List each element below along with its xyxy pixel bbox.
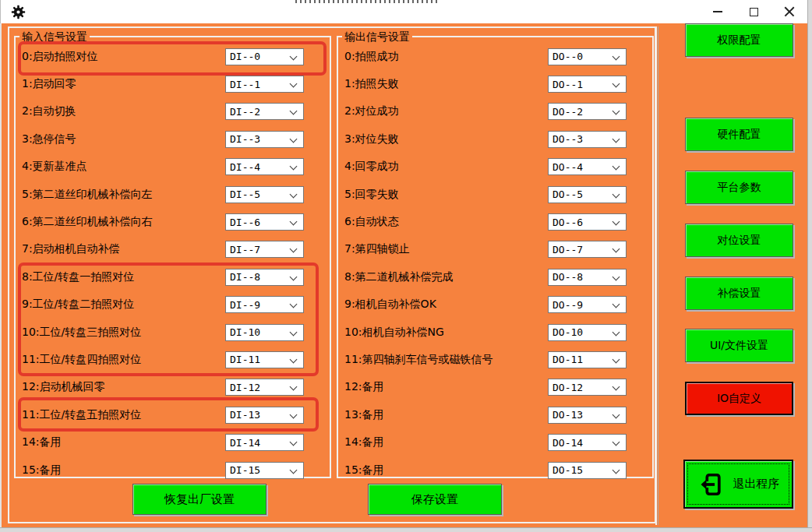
- gear-icon[interactable]: [11, 5, 26, 19]
- do-select[interactable]: DO--5: [548, 186, 627, 203]
- signal-label: 0:启动拍照对位: [22, 50, 98, 64]
- restore-factory-button[interactable]: 恢复出厂设置: [132, 484, 267, 515]
- signal-row: 1:拍照失败 DO--1: [338, 70, 652, 97]
- di-select-value: DI--0: [230, 51, 260, 62]
- signal-label: 7:启动相机自动补偿: [22, 242, 120, 256]
- signal-row: 5:第二道丝印机械补偿向左 DI--5: [16, 181, 330, 208]
- signal-label: 4:回零成功: [344, 160, 399, 174]
- di-select-value: DI-15: [230, 464, 260, 476]
- do-select[interactable]: DO-10: [548, 324, 627, 341]
- chevron-down-icon: [290, 301, 298, 308]
- signal-row: 9:相机自动补偿OK DO--9: [338, 291, 652, 319]
- chevron-down-icon: [613, 107, 620, 115]
- di-select[interactable]: DI--3: [225, 131, 304, 148]
- do-select[interactable]: DO-13: [548, 407, 627, 424]
- signal-row: 10:工位/转盘三拍照对位 DI-10: [16, 319, 330, 346]
- di-select[interactable]: DI--6: [225, 213, 304, 231]
- do-select[interactable]: DO--4: [548, 158, 627, 175]
- nav-button[interactable]: 对位设置: [685, 224, 793, 257]
- signal-row: 0:拍照成功 DO--0: [338, 43, 652, 70]
- do-select[interactable]: DO--3: [548, 131, 627, 148]
- nav-button[interactable]: 平台参数: [685, 171, 793, 204]
- di-select[interactable]: DI--0: [225, 48, 304, 65]
- chevron-down-icon: [290, 356, 298, 364]
- window-title-clipped: [295, 0, 439, 3]
- do-select[interactable]: DO--8: [548, 269, 627, 286]
- signal-row: 5:回零失败 DO--5: [338, 181, 652, 208]
- di-select[interactable]: DI-10: [225, 324, 304, 341]
- chevron-down-icon: [613, 383, 620, 391]
- di-select-value: DI--4: [230, 161, 260, 173]
- di-select[interactable]: DI-14: [225, 434, 304, 451]
- maximize-button[interactable]: [736, 0, 771, 23]
- nav-button[interactable]: 补偿设置: [685, 277, 793, 310]
- di-select[interactable]: DI-13: [225, 407, 304, 424]
- do-select-value: DO-11: [553, 354, 583, 365]
- di-select[interactable]: DI--8: [225, 269, 304, 286]
- di-select[interactable]: DI--9: [225, 296, 304, 313]
- signal-label: 14:备用: [22, 435, 62, 449]
- signal-label: 15:备用: [22, 463, 62, 477]
- chevron-down-icon: [290, 218, 298, 226]
- di-select[interactable]: DI--7: [225, 241, 304, 258]
- di-select[interactable]: DI--1: [225, 76, 304, 93]
- nav-button[interactable]: IO自定义: [685, 382, 793, 415]
- exit-program-button[interactable]: 退出程序: [683, 460, 793, 509]
- do-select[interactable]: DO--6: [548, 213, 627, 231]
- signal-row: 13:备用 DO-13: [338, 401, 652, 428]
- di-select-value: DI--7: [230, 244, 260, 255]
- di-select[interactable]: DI-11: [225, 351, 304, 368]
- do-select[interactable]: DO-14: [548, 434, 627, 451]
- di-select-value: DI--9: [230, 299, 260, 311]
- di-select-value: DI-11: [230, 354, 260, 365]
- signal-row: 12:备用 DO-12: [338, 374, 652, 401]
- titlebar: [0, 0, 812, 23]
- minimize-button[interactable]: [700, 0, 736, 23]
- signal-label: 2:对位成功: [344, 104, 399, 118]
- do-select[interactable]: DO-11: [548, 351, 627, 368]
- close-icon: [784, 6, 795, 17]
- signal-row: 8:工位/转盘一拍照对位 DI--8: [16, 263, 330, 291]
- chevron-down-icon: [290, 410, 298, 418]
- signal-label: 15:备用: [344, 463, 384, 477]
- chevron-down-icon: [290, 135, 298, 143]
- app-window: 输入信号设置 0:启动拍照对位 DI--0 1:启动回零: [0, 0, 812, 532]
- signal-label: 14:备用: [344, 435, 384, 449]
- di-select[interactable]: DI--4: [225, 158, 304, 175]
- do-select[interactable]: DO-12: [548, 379, 627, 396]
- signal-label: 8:工位/转盘一拍照对位: [22, 270, 134, 284]
- do-select-value: DO--6: [553, 217, 583, 228]
- do-select[interactable]: DO--9: [548, 296, 627, 313]
- di-select[interactable]: DI--5: [225, 186, 304, 203]
- chevron-down-icon: [290, 190, 298, 198]
- nav-button[interactable]: 权限配置: [685, 23, 793, 57]
- do-select-value: DO-14: [553, 437, 583, 449]
- save-settings-button[interactable]: 保存设置: [368, 484, 502, 515]
- nav-button[interactable]: 硬件配置: [685, 118, 793, 151]
- signal-row: 7:第四轴锁止 DO--7: [338, 236, 652, 263]
- di-select[interactable]: DI-15: [225, 462, 304, 479]
- di-select[interactable]: DI-12: [225, 379, 304, 396]
- chevron-down-icon: [613, 218, 620, 226]
- do-select[interactable]: DO-15: [548, 462, 627, 479]
- signal-label: 5:回零失败: [344, 188, 399, 202]
- do-select[interactable]: DO--7: [548, 241, 627, 258]
- do-select-value: DO--9: [553, 299, 583, 311]
- di-select-value: DI--2: [230, 106, 260, 118]
- signal-label: 12:备用: [344, 380, 384, 394]
- do-select[interactable]: DO--2: [548, 103, 627, 120]
- nav-button[interactable]: UI/文件设置: [685, 329, 793, 362]
- chevron-down-icon: [290, 107, 298, 115]
- close-button[interactable]: [771, 0, 807, 23]
- chevron-down-icon: [290, 439, 298, 446]
- chevron-down-icon: [613, 135, 620, 143]
- chevron-down-icon: [290, 163, 298, 171]
- do-select[interactable]: DO--0: [548, 48, 627, 65]
- do-select[interactable]: DO--1: [548, 76, 627, 93]
- signal-row: 4:回零成功 DO--4: [338, 153, 652, 181]
- signal-row: 12:启动机械回零 DI-12: [16, 374, 330, 401]
- di-select-value: DI-10: [230, 326, 260, 338]
- di-select[interactable]: DI--2: [225, 103, 304, 120]
- exit-icon: [697, 470, 726, 499]
- signal-label: 10:工位/转盘三拍照对位: [22, 326, 141, 340]
